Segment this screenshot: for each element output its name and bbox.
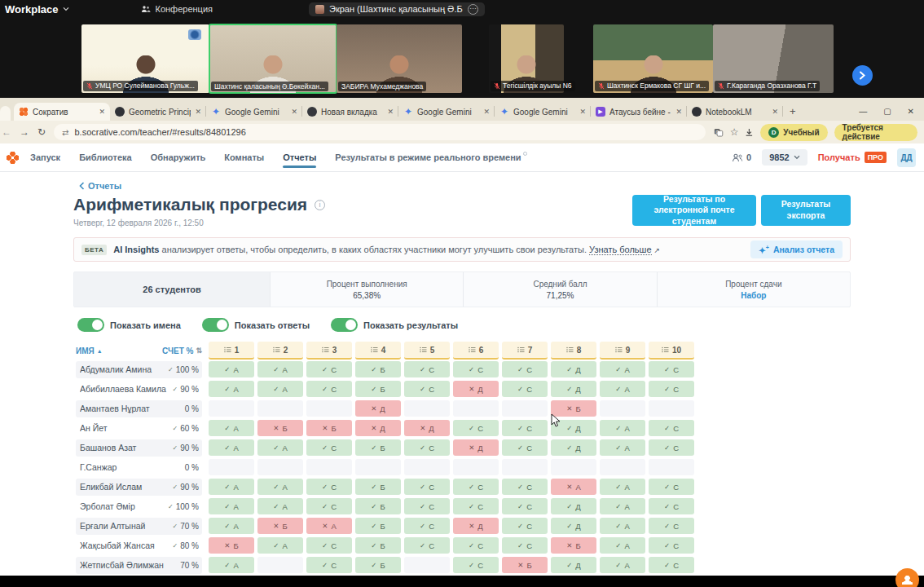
answer-cell-correct: ✓C (404, 439, 450, 456)
browser-tab[interactable]: Сократив✕ (14, 103, 110, 121)
question-header-6[interactable]: 6 (453, 342, 499, 360)
toggle-switch[interactable] (331, 318, 358, 332)
answer-cell-correct: ✓C (649, 420, 694, 436)
tab-close-icon[interactable]: ✕ (291, 108, 297, 116)
score-value: 80 % (180, 541, 199, 550)
video-tile[interactable]: Г.Караганда Оразханова Г.Т (713, 24, 834, 93)
get-pro-button[interactable]: Получать ПРО (818, 152, 887, 163)
student-score: ✓100 % (168, 365, 199, 374)
address-bar[interactable]: ⇄ b.socrative.com/teacher/#results/84801… (54, 124, 706, 140)
forward-icon[interactable]: → (20, 126, 29, 138)
nav-item-4[interactable]: Комнаты (224, 143, 264, 172)
name-score-cell: Жақсыбай Жансая✓80 % (76, 537, 202, 554)
question-header-10[interactable]: 10 (649, 342, 694, 360)
partial-tab[interactable] (0, 106, 11, 121)
nav-item-2[interactable]: Библиотека (79, 143, 132, 172)
socrative-logo-icon[interactable] (7, 152, 19, 164)
toggle-switch[interactable] (202, 318, 229, 332)
student-name: Ан Йет (80, 423, 173, 433)
browser-tab[interactable]: ✦Google Gemini✕ (206, 103, 302, 121)
name-score-cell: Еликбай Ислам✓90 % (76, 479, 202, 496)
bookmark-star-icon[interactable]: ☆ (730, 126, 739, 138)
tab-close-icon[interactable]: ✕ (579, 108, 586, 116)
check-icon: ✓ (168, 366, 174, 373)
stat-students[interactable]: 26 студентов (74, 272, 270, 307)
learn-more-link[interactable]: Узнать больше (589, 245, 651, 255)
tab-close-icon[interactable]: ✕ (772, 108, 778, 116)
tab-close-icon[interactable]: ✕ (195, 108, 201, 116)
socrative-tab-icon (19, 107, 29, 117)
new-tab-button[interactable]: + (790, 105, 796, 117)
question-header-2[interactable]: 2 (257, 342, 303, 360)
answer-cells: ✓A✓A✓C✓Б✓C✕Д✓C✓Д✓A✓C (209, 381, 694, 397)
answer-cell-correct: ✓A (209, 420, 254, 436)
profile-chip[interactable]: D Учебный (760, 124, 827, 141)
nav-item-1[interactable]: Запуск (30, 143, 60, 172)
tab-screen-share[interactable]: Экран (Шахтинс қаласының Ә.Б ⋯ (309, 2, 485, 16)
user-avatar[interactable]: ДД (897, 148, 916, 167)
video-tile[interactable]: ЗАБИРА Мухамеджанова (337, 24, 462, 93)
maximize-icon[interactable]: ▢ (883, 107, 891, 116)
browser-tab[interactable]: Geometric Principles and✕ (110, 103, 206, 121)
question-header-8[interactable]: 8 (551, 342, 596, 360)
check-icon: ✓ (224, 385, 230, 393)
student-score: 70 % (180, 561, 199, 570)
stat-value-link[interactable]: Набор (741, 291, 766, 300)
analyze-report-button[interactable]: ✦+ Анализ отчета (750, 241, 843, 259)
download-icon[interactable] (745, 127, 754, 138)
refresh-icon[interactable]: ↻ (37, 126, 46, 138)
sort-by-name-header[interactable]: ИМЯ ▲ (76, 346, 157, 355)
video-tile[interactable]: УМЦ РО Сулейманова Гульж... (81, 24, 209, 93)
question-header-7[interactable]: 7 (502, 342, 548, 360)
minimize-icon[interactable]: — (859, 107, 867, 116)
check-icon: ✓ (322, 365, 328, 373)
check-icon: ✓ (566, 424, 572, 432)
check-icon: ✓ (322, 385, 328, 393)
video-tile[interactable]: Шахтинск Ермакова СГ ШГ и... (593, 24, 713, 93)
video-tile[interactable]: Тегісшілдік ауылы N6 (489, 24, 564, 93)
video-tile[interactable]: Шахтинс қаласының Ә.Бөкейхан... (209, 24, 337, 93)
question-header-1[interactable]: 1 (209, 342, 254, 360)
more-options-icon[interactable]: ⋯ (468, 4, 478, 15)
participant-name-label: Шахтинс қаласының Ә.Бөкейхан... (211, 82, 328, 92)
email-results-button[interactable]: Результаты по электронной почте студента… (632, 195, 756, 226)
toggle-switch[interactable] (77, 318, 104, 332)
tab-close-icon[interactable]: ✕ (483, 108, 490, 116)
answer-cells: ✓A✓A✓C✓Б✓C✕Д✓C✓Д✓A✓C (209, 439, 694, 456)
tab-conference[interactable]: Конференция (141, 4, 213, 14)
question-header-5[interactable]: 5 (404, 342, 450, 360)
site-permissions-icon[interactable]: ⇄ (62, 128, 68, 137)
browser-tab[interactable]: ✦Google Gemini✕ (398, 103, 495, 121)
nav-item-label: Комнаты (224, 152, 264, 162)
person-icon (902, 576, 913, 585)
workspace-menu[interactable]: Workplace (5, 3, 69, 15)
tab-close-icon[interactable]: ✕ (99, 108, 105, 116)
question-header-4[interactable]: 4 (355, 342, 401, 360)
export-results-button[interactable]: Результаты экспорта (761, 195, 851, 226)
action-required-button[interactable]: Требуется действие (834, 124, 917, 141)
name-header-label: ИМЯ (76, 346, 95, 355)
help-chat-button[interactable] (895, 568, 919, 587)
browser-tab[interactable]: NotebookLM✕ (687, 103, 783, 121)
question-header-3[interactable]: 3 (306, 342, 352, 360)
room-code-dropdown[interactable]: 9852 (762, 149, 807, 166)
table-row: Г.Санжар0 % (76, 457, 924, 477)
browser-tab[interactable]: Новая вкладка✕ (302, 103, 398, 121)
info-icon[interactable]: i (315, 200, 325, 210)
window-close-icon[interactable]: ✕ (908, 107, 914, 116)
next-participants-button[interactable] (852, 65, 873, 86)
browser-tab[interactable]: ✦Google Gemini✕ (495, 103, 591, 121)
nav-item-3[interactable]: Обнаружить (151, 143, 206, 172)
breadcrumb[interactable]: Отчеты (79, 181, 136, 191)
nav-item-6[interactable]: Результаты в режиме реального времени (335, 143, 526, 172)
sort-by-score-header[interactable]: СЧЕТ % ⇅ (157, 346, 202, 355)
tab-close-icon[interactable]: ✕ (675, 108, 682, 116)
toggle-group: Показать результаты (331, 318, 458, 332)
question-number: 8 (577, 346, 582, 355)
question-header-9[interactable]: 9 (600, 342, 645, 360)
browser-tab[interactable]: ▶Атаусыз бейне - Google✕ (591, 103, 687, 121)
tab-close-icon[interactable]: ✕ (387, 108, 394, 116)
nav-item-5[interactable]: Отчеты (283, 143, 316, 172)
translate-icon[interactable]: G (714, 127, 724, 138)
back-icon[interactable]: ← (2, 126, 11, 138)
